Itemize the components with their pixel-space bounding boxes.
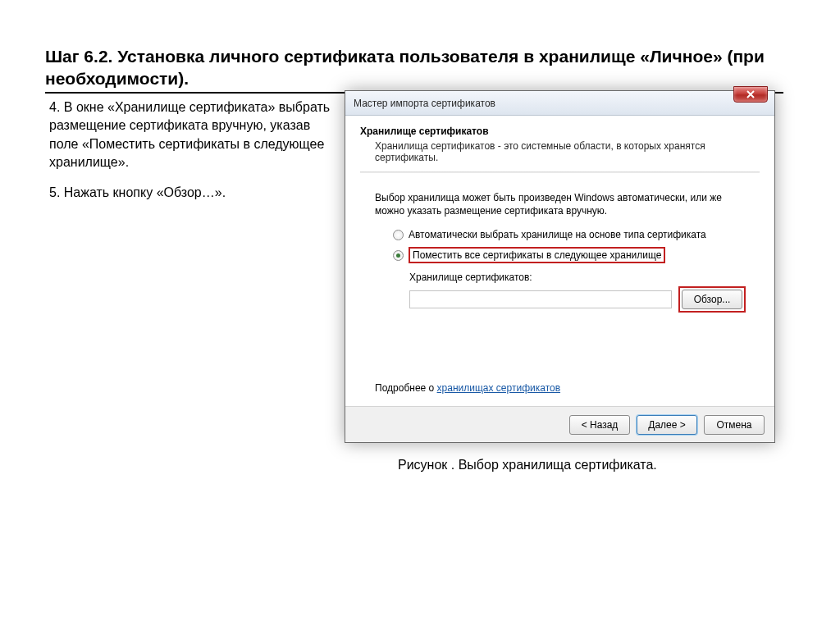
radio-manual-label: Поместить все сертификаты в следующее хр… xyxy=(409,247,665,263)
close-icon xyxy=(746,90,755,98)
radio-manual-row[interactable]: Поместить все сертификаты в следующее хр… xyxy=(393,247,760,263)
more-info-link[interactable]: хранилищах сертификатов xyxy=(437,382,560,394)
section-heading: Хранилище сертификатов xyxy=(360,126,760,137)
instruction-step-4: 4. В окне «Хранилище сертификата» выбрат… xyxy=(49,98,332,172)
radio-auto[interactable] xyxy=(393,230,404,240)
dialog-titlebar: Мастер импорта сертификатов xyxy=(345,91,774,116)
back-button[interactable]: < Назад xyxy=(569,415,630,435)
cancel-button[interactable]: Отмена xyxy=(704,415,765,435)
dialog-body: Хранилище сертификатов Хранилища сертифи… xyxy=(345,116,774,394)
cert-import-wizard-dialog: Мастер импорта сертификатов Хранилище се… xyxy=(345,90,775,443)
more-info: Подробнее о хранилищах сертификатов xyxy=(375,382,760,394)
store-label: Хранилище сертификатов: xyxy=(409,272,746,283)
store-input[interactable] xyxy=(409,290,672,308)
instruction-text: 4. В окне «Хранилище сертификата» выбрат… xyxy=(49,98,332,213)
more-info-prefix: Подробнее о xyxy=(375,382,437,394)
radio-auto-row[interactable]: Автоматически выбрать хранилище на основ… xyxy=(393,229,760,240)
instruction-step-5: 5. Нажать кнопку «Обзор…». xyxy=(49,184,332,202)
browse-highlight: Обзор... xyxy=(678,286,746,313)
page-title: Шаг 6.2. Установка личного сертификата п… xyxy=(45,45,783,94)
body-text: Выбор хранилища может быть произведен Wi… xyxy=(375,191,752,217)
section-subtext: Хранилища сертификатов - это системные о… xyxy=(375,140,760,163)
figure-caption: Рисунок . Выбор хранилища сертификата. xyxy=(398,458,657,472)
store-block: Хранилище сертификатов: Обзор... xyxy=(409,272,746,313)
divider xyxy=(360,171,760,173)
store-selection-group: Автоматически выбрать хранилище на основ… xyxy=(393,229,760,263)
dialog-title: Мастер импорта сертификатов xyxy=(354,98,495,109)
dialog-footer: < Назад Далее > Отмена xyxy=(345,406,774,442)
next-button[interactable]: Далее > xyxy=(637,415,697,435)
browse-button[interactable]: Обзор... xyxy=(682,290,742,309)
radio-auto-label: Автоматически выбрать хранилище на основ… xyxy=(409,229,706,240)
close-button[interactable] xyxy=(733,86,768,103)
radio-manual[interactable] xyxy=(393,250,404,261)
